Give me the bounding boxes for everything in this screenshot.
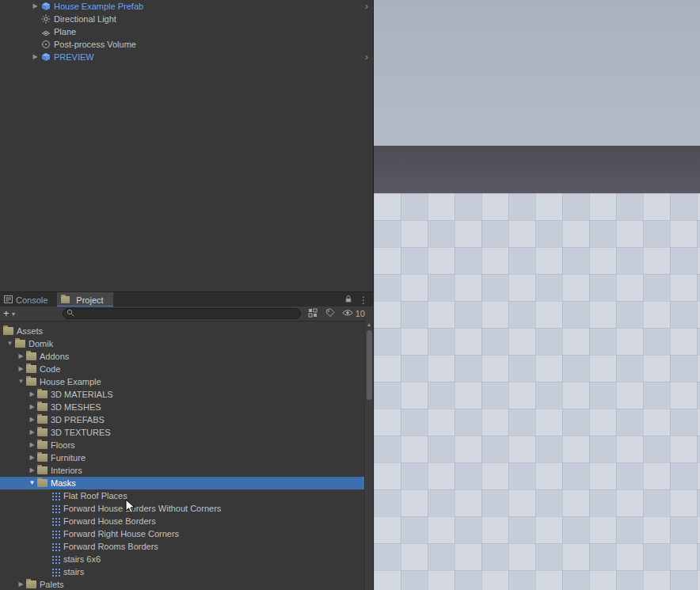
project-item-3d-textures[interactable]: ▶ 3D TEXTURES <box>0 426 364 439</box>
hierarchy-item-house-example-prefab[interactable]: ▶ House Example Prefab › <box>0 0 373 13</box>
expand-collapsed-icon[interactable]: ▶ <box>30 51 40 63</box>
mask-asset-icon <box>51 504 60 513</box>
tabbar-right-controls: ⋮ <box>344 292 373 307</box>
project-item-floors[interactable]: ▶ Floors <box>0 439 364 451</box>
folder-icon <box>26 378 36 386</box>
light-icon <box>40 14 51 25</box>
prefab-cube-icon <box>40 52 51 63</box>
project-item-assets[interactable]: Assets <box>0 325 364 337</box>
left-panel-column: ▶ House Example Prefab › Directional Lig… <box>0 0 374 590</box>
folder-icon <box>3 327 13 335</box>
project-item-addons[interactable]: ▶ Addons <box>0 350 364 363</box>
tab-project[interactable]: Project <box>57 292 112 307</box>
project-item-interiors[interactable]: ▶ Interiors <box>0 464 364 477</box>
search-by-type-icon[interactable] <box>308 308 318 319</box>
hidden-count-toggle[interactable]: 10 <box>342 309 365 318</box>
panel-menu-kebab-icon[interactable]: ⋮ <box>359 295 368 306</box>
tab-console[interactable]: Console <box>0 292 57 307</box>
hierarchy-item-preview[interactable]: ▶ PREVIEW › <box>0 51 373 63</box>
project-item-forward-house-borders-without-corners[interactable]: Forward House Borders Without Corners <box>0 502 364 515</box>
folder-icon <box>15 340 25 348</box>
expand-collapsed-icon[interactable]: ▶ <box>27 426 37 439</box>
project-item-3d-materials[interactable]: ▶ 3D MATERIALS <box>0 388 364 401</box>
project-item-3d-meshes[interactable]: ▶ 3D MESHES <box>0 401 364 413</box>
expand-open-icon[interactable]: ▼ <box>5 337 15 350</box>
chevron-down-icon: ▼ <box>11 311 17 317</box>
project-item-domik[interactable]: ▼ Domik <box>0 337 364 350</box>
expand-collapsed-icon[interactable]: ▶ <box>27 388 37 401</box>
folder-icon <box>26 580 36 588</box>
expand-collapsed-icon[interactable]: ▶ <box>27 464 37 477</box>
project-item-3d-prefabs[interactable]: ▶ 3D PREFABS <box>0 413 364 426</box>
folder-icon <box>37 403 48 411</box>
hierarchy-item-label: Plane <box>54 27 76 36</box>
project-search-field[interactable] <box>63 308 301 319</box>
mouse-cursor <box>125 499 136 516</box>
project-item-stairs[interactable]: stairs <box>0 565 364 578</box>
project-item-forward-right-house-corners[interactable]: Forward Right House Corners <box>0 527 364 540</box>
project-item-furniture[interactable]: ▶ Furniture <box>0 451 364 464</box>
expand-collapsed-icon[interactable]: ▶ <box>27 413 37 426</box>
expand-open-icon[interactable]: ▼ <box>16 375 26 388</box>
folder-icon <box>26 352 36 360</box>
scene-checker-floor <box>374 193 700 590</box>
mask-asset-icon <box>51 491 60 501</box>
hidden-count-label: 10 <box>356 309 365 318</box>
tab-console-label: Console <box>16 295 48 305</box>
mask-asset-icon <box>51 554 60 564</box>
eye-icon <box>342 309 353 318</box>
hierarchy-item-directional-light[interactable]: Directional Light <box>0 13 373 25</box>
folder-icon <box>61 296 70 303</box>
project-item-forward-rooms-borders[interactable]: Forward Rooms Borders <box>0 540 364 553</box>
tab-project-label: Project <box>76 295 103 305</box>
search-input[interactable] <box>77 310 283 318</box>
search-icon <box>67 309 74 318</box>
hierarchy-item-label: House Example Prefab <box>54 2 143 11</box>
create-asset-button[interactable]: + ▼ <box>3 307 17 320</box>
expand-collapsed-icon[interactable]: ▶ <box>30 0 40 13</box>
hierarchy-item-post-process-volume[interactable]: Post-process Volume <box>0 38 373 51</box>
folder-icon <box>37 479 48 487</box>
folder-icon <box>37 466 48 474</box>
project-item-house-example[interactable]: ▼ House Example <box>0 375 364 388</box>
bottom-panel-tabbar: Console Project ⋮ <box>0 291 373 307</box>
expand-collapsed-icon[interactable]: ▶ <box>27 451 37 464</box>
project-scrollbar[interactable]: ▲ <box>364 321 373 590</box>
expand-collapsed-icon[interactable]: ▶ <box>27 401 37 413</box>
hierarchy-item-plane[interactable]: Plane <box>0 25 373 38</box>
project-tree: Assets ▼ Domik ▶ Addons ▶ Code ▼ House E… <box>0 321 364 590</box>
console-icon <box>4 295 13 305</box>
project-item-masks-selected[interactable]: ▼ Masks <box>0 477 364 489</box>
prefab-open-chevron-icon[interactable]: › <box>365 0 368 13</box>
folder-icon <box>37 390 48 398</box>
project-item-code[interactable]: ▶ Code <box>0 363 364 375</box>
scene-wall-slab <box>374 146 700 193</box>
hierarchy-item-label: Directional Light <box>54 14 116 24</box>
expand-open-icon[interactable]: ▼ <box>27 477 37 489</box>
folder-icon <box>26 365 36 373</box>
hierarchy-panel: ▶ House Example Prefab › Directional Lig… <box>0 0 373 291</box>
expand-collapsed-icon[interactable]: ▶ <box>16 578 26 590</box>
volume-icon <box>40 40 51 50</box>
expand-collapsed-icon[interactable]: ▶ <box>16 350 26 363</box>
prefab-open-chevron-icon[interactable]: › <box>365 51 368 63</box>
hierarchy-item-label: Post-process Volume <box>54 40 136 49</box>
expand-collapsed-icon[interactable]: ▶ <box>27 439 37 451</box>
scroll-up-arrow-icon[interactable]: ▲ <box>365 321 373 329</box>
scene-view[interactable] <box>374 0 700 590</box>
folder-icon <box>37 416 48 424</box>
folder-icon <box>37 428 48 436</box>
expand-collapsed-icon[interactable]: ▶ <box>16 363 26 375</box>
hierarchy-item-label: PREVIEW <box>54 52 94 62</box>
project-item-forward-house-borders[interactable]: Forward House Borders <box>0 515 364 527</box>
project-item-stairs-6x6[interactable]: stairs 6x6 <box>0 553 364 565</box>
project-item-palets[interactable]: ▶ Palets <box>0 578 364 590</box>
project-item-flat-roof-places[interactable]: Flat Roof Places <box>0 489 364 502</box>
mesh-plane-icon <box>40 27 51 37</box>
mask-asset-icon <box>51 516 60 526</box>
search-by-label-icon[interactable] <box>325 308 335 319</box>
scrollbar-thumb[interactable] <box>367 330 372 400</box>
create-asset-label: + <box>3 307 10 320</box>
project-toolbar-icons: 10 <box>308 306 365 321</box>
lock-icon[interactable] <box>344 295 352 305</box>
